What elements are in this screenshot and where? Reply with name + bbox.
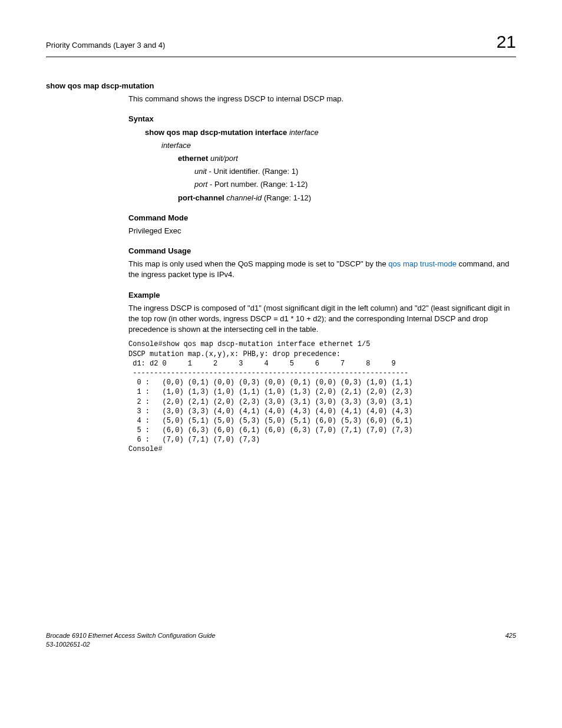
footer-title: Brocade 6910 Ethernet Access Switch Conf… [46,631,216,640]
syntax-port: port - Port number. (Range: 1-12) [194,179,516,190]
command-name: show qos map dscp-mutation [46,81,516,91]
syntax-ethernet: ethernet unit/port [178,153,516,164]
command-intro: This command shows the ingress DSCP to i… [128,94,516,104]
header-chapter-number: 21 [497,29,516,54]
mode-heading: Command Mode [128,213,516,223]
syntax-interface: interface [161,140,516,151]
syntax-command: show qos map dscp-mutation interface int… [145,127,516,138]
footer-left: Brocade 6910 Ethernet Access Switch Conf… [46,631,216,650]
header-section-title: Priority Commands (Layer 3 and 4) [46,40,165,51]
syntax-heading: Syntax [128,114,516,124]
syntax-cmd-bold: show qos map dscp-mutation interface [145,128,287,137]
syntax-cmd-ital: interface [287,128,318,137]
console-output: Console#show qos map dscp-mutation inter… [128,340,516,454]
footer-docnum: 53-1002651-02 [46,640,216,649]
usage-heading: Command Usage [128,246,516,256]
footer-page-number: 425 [505,631,516,650]
mode-text: Privileged Exec [128,226,516,236]
trust-mode-link[interactable]: qos map trust-mode [388,259,457,268]
command-body: This command shows the ingress DSCP to i… [128,94,516,454]
syntax-port-channel: port-channel channel-id (Range: 1-12) [178,193,516,203]
syntax-unit: unit - Unit identifier. (Range: 1) [194,166,516,177]
usage-text: This map is only used when the QoS mappi… [128,259,516,280]
example-heading: Example [128,290,516,301]
command-section: show qos map dscp-mutation This command … [46,81,516,454]
page-footer: Brocade 6910 Ethernet Access Switch Conf… [46,631,516,650]
page-header: Priority Commands (Layer 3 and 4) 21 [46,29,516,57]
example-text: The ingress DSCP is composed of "d1" (mo… [128,303,516,335]
